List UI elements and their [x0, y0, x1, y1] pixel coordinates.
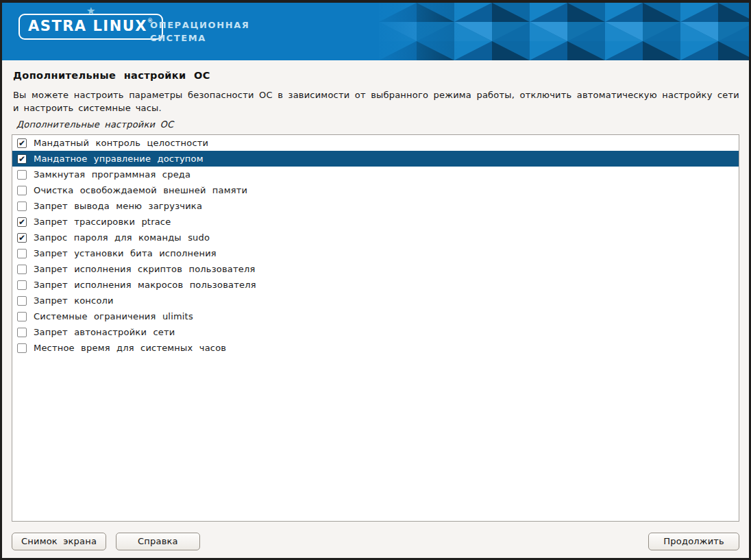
list-item-label: Замкнутая программная среда	[34, 169, 190, 180]
checkbox[interactable]	[17, 186, 27, 195]
list-item-label: Запрет консоли	[34, 295, 114, 306]
list-item-label: Запрос пароля для команды sudo	[34, 232, 210, 243]
brand-text: ОПЕРАЦИОННАЯ СИСТЕМА	[150, 19, 249, 45]
list-item[interactable]: Запрет консоли	[12, 293, 739, 308]
checkbox[interactable]	[17, 202, 27, 211]
list-item[interactable]: Системные ограничения ulimits	[12, 308, 739, 324]
page-title: Дополнительные настройки ОС	[13, 70, 739, 81]
list-item-label: Мандатный контроль целостности	[34, 138, 208, 148]
list-item-label: Системные ограничения ulimits	[34, 311, 193, 321]
list-item-label: Запрет установки бита исполнения	[34, 248, 217, 258]
checkbox[interactable]	[17, 280, 27, 290]
list-item[interactable]: Запрет исполнения макросов пользователя	[12, 277, 739, 293]
list-item[interactable]: Запрет установки бита исполнения	[12, 245, 739, 261]
list-item[interactable]: Замкнутая программная среда	[12, 167, 739, 182]
list-item[interactable]: Очистка освобождаемой внешней памяти	[12, 182, 739, 198]
logo-text: ASTRA LINUX	[28, 18, 147, 34]
footer-bar: Снимок экрана Справка Продолжить	[12, 533, 739, 550]
header-banner: ★ ASTRA LINUX® ОПЕРАЦИОННАЯ СИСТЕМА	[2, 3, 749, 60]
checkbox[interactable]: ✔	[17, 233, 27, 243]
checkbox[interactable]	[17, 249, 27, 258]
list-item[interactable]: ✔ Запрет трассировки ptrace	[12, 214, 739, 230]
list-item-label: Запрет исполнения скриптов пользователя	[34, 264, 255, 274]
checkbox[interactable]	[17, 265, 27, 274]
brand-line-2: СИСТЕМА	[150, 32, 249, 45]
options-caption: Дополнительные настройки ОС	[16, 119, 739, 130]
list-item[interactable]: Запрет исполнения скриптов пользователя	[12, 261, 739, 277]
checkbox[interactable]	[17, 170, 27, 180]
checkbox[interactable]	[17, 328, 27, 337]
list-item-label: Запрет автонастройки сети	[34, 327, 175, 337]
options-list: ✔ Мандатный контроль целостности ✔ Манда…	[12, 134, 739, 522]
astra-linux-logo: ★ ASTRA LINUX®	[19, 14, 163, 40]
brand-line-1: ОПЕРАЦИОННАЯ	[150, 19, 249, 32]
list-item[interactable]: Местное время для системных часов	[12, 340, 739, 356]
checkbox[interactable]: ✔	[17, 154, 27, 164]
list-item-label: Запрет трассировки ptrace	[34, 217, 171, 227]
list-item-label: Местное время для системных часов	[34, 343, 226, 353]
checkbox[interactable]: ✔	[17, 138, 27, 148]
list-item[interactable]: ✔ Запрос пароля для команды sudo	[12, 230, 739, 245]
installer-window: ★ ASTRA LINUX® ОПЕРАЦИОННАЯ СИСТЕМА Допо…	[0, 0, 751, 560]
checkbox[interactable]	[17, 343, 27, 353]
page-description: Вы можете настроить параметры безопаснос…	[13, 88, 739, 114]
list-item[interactable]: ✔ Мандатное управление доступом	[12, 151, 739, 167]
list-item-label: Запрет вывода меню загрузчика	[34, 201, 202, 211]
banner-facet-pattern	[379, 3, 749, 60]
star-icon: ★	[85, 6, 97, 16]
main-content: Дополнительные настройки ОС Вы можете на…	[2, 60, 749, 558]
list-item[interactable]: Запрет вывода меню загрузчика	[12, 198, 739, 214]
help-button[interactable]: Справка	[116, 533, 200, 550]
continue-button[interactable]: Продолжить	[648, 533, 739, 550]
checkbox[interactable]	[17, 312, 27, 321]
list-item[interactable]: Запрет автонастройки сети	[12, 324, 739, 340]
list-item[interactable]: ✔ Мандатный контроль целостности	[12, 135, 739, 151]
list-item-label: Мандатное управление доступом	[34, 154, 204, 164]
checkbox[interactable]: ✔	[17, 217, 27, 227]
list-item-label: Очистка освобождаемой внешней памяти	[34, 185, 247, 195]
list-item-label: Запрет исполнения макросов пользователя	[34, 280, 256, 290]
checkbox[interactable]	[17, 296, 27, 306]
screenshot-button[interactable]: Снимок экрана	[12, 533, 106, 550]
